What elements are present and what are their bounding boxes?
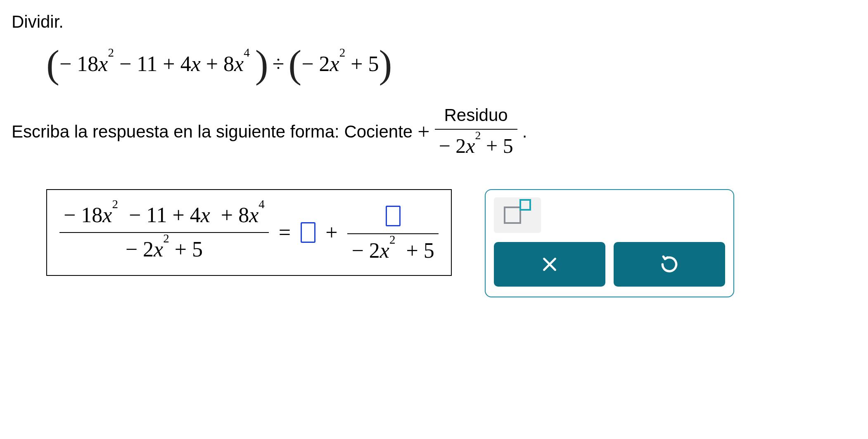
answer-input-box: − 18x2 − 11 + 4x + 8x4 − 2x2 + 5 = + − 2… (46, 189, 452, 276)
form-fraction: Residuo − 2x2 + 5 (435, 103, 517, 161)
divisor-part2: + 5 (351, 49, 379, 79)
lhs-fraction: − 18x2 − 11 + 4x + 8x4 − 2x2 + 5 (59, 200, 269, 265)
open-paren-icon: ( (46, 48, 59, 80)
tool-row (494, 197, 725, 233)
undo-icon (659, 254, 680, 275)
instruction-title: Dividir. (12, 10, 856, 34)
answer-form-instruction: Escriba la respuesta en la siguiente for… (12, 103, 856, 161)
keypad-panel (485, 189, 734, 297)
form-text: Escriba la respuesta en la siguiente for… (12, 120, 413, 144)
lhs-numerator: − 18x2 − 11 + 4x + 8x4 (59, 200, 269, 233)
remainder-denominator: − 2x2 + 5 (347, 234, 438, 266)
dividend-part1: − 18x2 (59, 49, 119, 79)
exponent-icon (504, 206, 531, 224)
undo-button[interactable] (614, 242, 725, 287)
fraction-numerator: Residuo (435, 103, 517, 130)
dividend-part2: − 11 + 4x (119, 49, 206, 79)
exponent-button[interactable] (494, 197, 541, 233)
divisor-part1: − 2x2 (301, 49, 351, 79)
period: . (517, 120, 527, 144)
close-paren-icon: ) (255, 48, 268, 80)
close-paren-icon: ) (379, 48, 392, 80)
division-operator: ÷ (268, 49, 289, 79)
close-icon (540, 255, 559, 274)
equals-sign: = (279, 218, 291, 248)
remainder-fraction: − 2x2 + 5 (347, 199, 438, 266)
problem-expression: ( − 18x2 − 11 + 4x + 8x4 ) ÷ ( − 2x2 + 5… (46, 48, 856, 80)
remainder-numerator (347, 199, 438, 234)
remainder-input[interactable] (386, 206, 401, 226)
plus-sign: + (413, 117, 434, 147)
open-paren-icon: ( (288, 48, 301, 80)
fraction-denominator: − 2x2 + 5 (435, 130, 517, 160)
clear-button[interactable] (494, 242, 605, 287)
lhs-denominator: − 2x2 + 5 (59, 233, 269, 265)
plus-sign: + (325, 218, 337, 248)
quotient-input[interactable] (301, 222, 315, 243)
dividend-part3: + 8x4 (206, 49, 255, 79)
